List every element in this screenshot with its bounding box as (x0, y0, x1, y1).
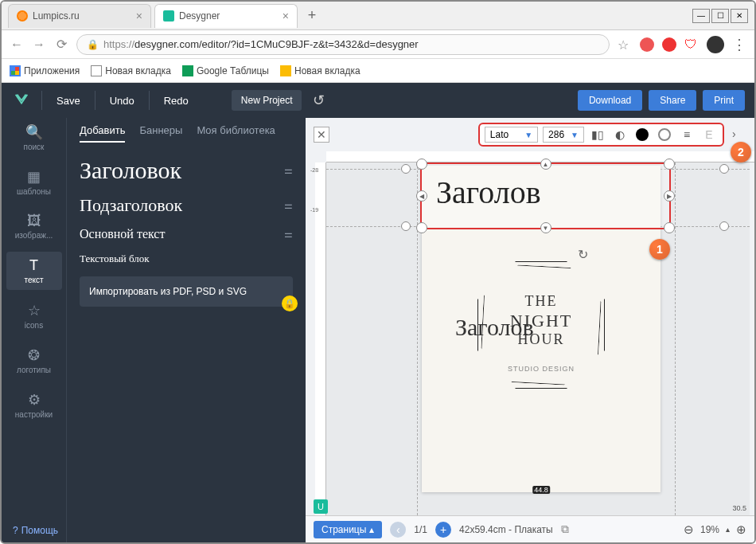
profile-avatar[interactable] (707, 36, 724, 53)
bookmark-item[interactable]: Google Таблицы (182, 65, 269, 76)
resize-handle[interactable] (416, 222, 427, 233)
forward-button[interactable]: → (32, 37, 46, 52)
resize-handle[interactable] (664, 222, 675, 233)
maximize-button[interactable]: ☐ (711, 9, 729, 23)
opera-icon[interactable] (662, 37, 676, 52)
text-element[interactable]: Заголов (455, 314, 534, 341)
new-tab-button[interactable]: + (301, 5, 323, 27)
sidebar-item-label: текст (24, 276, 43, 284)
close-button[interactable]: ✕ (731, 9, 748, 23)
poster-line[interactable]: THE (422, 293, 661, 310)
shield-icon[interactable]: 🛡 (684, 37, 699, 52)
help-link[interactable]: ? Помощь (13, 525, 58, 536)
pages-button[interactable]: Страницы ▴ (314, 521, 382, 538)
add-body-button[interactable]: Основной текст ⚌ (80, 227, 293, 241)
bookmark-label: Новая вкладка (294, 65, 360, 76)
resize-handle[interactable]: ▲ (540, 159, 551, 170)
text-icon: T (29, 257, 38, 274)
desygner-logo-icon[interactable] (11, 90, 32, 111)
resize-handle[interactable]: ▶ (664, 190, 675, 202)
text-context-toolbar: Lato ▼ 286 ▼ ▮▯ ◐ ≡ E (478, 123, 724, 147)
reload-button[interactable]: ⟳ (54, 37, 68, 52)
sidebar-item-images[interactable]: 🖼изображ... (6, 207, 62, 245)
sidebar-item-logos[interactable]: ❂логотипы (6, 341, 62, 379)
zoom-menu-button[interactable]: ▴ (726, 525, 730, 534)
resize-handle[interactable]: ◀ (416, 190, 427, 202)
redo-button[interactable]: Redo (159, 92, 193, 110)
spacing-button[interactable]: ≡ (678, 126, 696, 143)
selected-text-box[interactable]: Заголов ▲ ◀ ▶ ▼ ↻ (420, 162, 671, 229)
stroke-color-button[interactable] (656, 126, 673, 143)
minimize-button[interactable]: — (692, 9, 710, 23)
resize-handle[interactable] (664, 159, 675, 170)
sidebar-item-settings[interactable]: ⚙настройки (6, 385, 62, 424)
zoom-in-button[interactable]: ⊕ (736, 522, 746, 537)
favicon-icon (163, 10, 174, 22)
sidebar-item-templates[interactable]: ▦шаблоны (6, 162, 62, 201)
sidebar-item-search[interactable]: 🔍поиск (6, 118, 62, 156)
ruler-vertical[interactable]: -28 -19 (315, 162, 326, 515)
bookmark-item[interactable]: Новая вкладка (280, 65, 360, 76)
sliders-icon[interactable]: ⚌ (284, 165, 293, 176)
panel-tab-library[interactable]: Моя библиотека (197, 124, 275, 143)
bookmark-item[interactable]: Новая вкладка (91, 65, 171, 76)
prev-page-button[interactable]: ‹ (390, 522, 406, 538)
url-input[interactable]: 🔒 https:// desygner.com/editor/?id=1CMuC… (76, 34, 610, 55)
back-button[interactable]: ← (10, 37, 24, 52)
share-button[interactable]: Share (649, 90, 696, 111)
sidebar-item-label: поиск (24, 143, 45, 151)
star-icon[interactable]: ☆ (618, 37, 632, 52)
add-block-button[interactable]: Текстовый блок (80, 252, 293, 265)
resize-handle[interactable] (416, 159, 427, 170)
sliders-icon[interactable]: ⚌ (284, 200, 293, 211)
close-icon[interactable]: × (283, 10, 289, 22)
sidebar-item-icons[interactable]: ☆icons (6, 296, 62, 335)
opacity-button[interactable]: ◐ (611, 126, 629, 143)
panel-tab-add[interactable]: Добавить (80, 124, 125, 143)
search-icon: 🔍 (25, 123, 43, 141)
u-badge-icon[interactable]: U (314, 499, 328, 514)
callout-1: 1 (649, 239, 670, 260)
more-button[interactable]: E (700, 126, 718, 143)
poster-studio[interactable]: STUDIO DESIGN (422, 365, 661, 373)
sliders-icon[interactable]: ⚌ (284, 229, 293, 240)
undo-button[interactable]: Undo (105, 92, 139, 110)
canvas-stage[interactable]: THE NIGHT HOUR STUDIO DESIGN Заголов 44.… (326, 162, 750, 515)
fill-color-button[interactable] (633, 126, 651, 143)
save-button[interactable]: Save (52, 92, 85, 110)
history-icon[interactable]: ↺ (313, 92, 325, 109)
font-size-select[interactable]: 286 ▼ (543, 127, 584, 143)
add-subheading-button[interactable]: Подзаголовок ⚌ (80, 195, 293, 216)
add-heading-button[interactable]: Заголовок ⚌ (80, 157, 293, 184)
apps-icon (10, 65, 21, 76)
next-tools-button[interactable]: › (732, 127, 746, 142)
context-toolbar: ✕ Lato ▼ 286 ▼ ▮▯ ◐ ≡ E › (314, 123, 746, 147)
menu-icon[interactable]: ⋮ (732, 36, 746, 53)
panel-tab-banners[interactable]: Баннеры (139, 124, 182, 143)
bottom-bar: Страницы ▴ ‹ 1/1 + 42x59.4cm - Плакаты ⧉… (306, 515, 754, 542)
panel-tabs: Добавить Баннеры Моя библиотека (80, 124, 293, 143)
star-icon: ☆ (28, 302, 41, 319)
canvas-area: ✕ Lato ▼ 286 ▼ ▮▯ ◐ ≡ E › 2 (306, 118, 754, 542)
selected-text[interactable]: Заголов (422, 164, 669, 221)
download-button[interactable]: Download (578, 90, 642, 111)
format-bold-button[interactable]: ▮▯ (589, 126, 606, 143)
close-icon[interactable]: × (136, 10, 142, 22)
browser-tab[interactable]: Lumpics.ru × (8, 4, 151, 28)
font-name: Lato (490, 129, 509, 140)
close-panel-button[interactable]: ✕ (314, 127, 329, 143)
extension-icon[interactable] (640, 37, 654, 52)
resize-handle[interactable]: ▼ (540, 222, 551, 233)
print-button[interactable]: Print (703, 90, 745, 111)
add-page-button[interactable]: + (435, 522, 451, 538)
import-button[interactable]: Импортировать из PDF, PSD и SVG 🔒 (80, 276, 293, 307)
copy-icon[interactable]: ⧉ (561, 522, 569, 536)
sidebar-item-text[interactable]: Tтекст (6, 252, 62, 290)
help-icon: ? (13, 525, 18, 536)
zoom-out-button[interactable]: ⊖ (684, 522, 694, 537)
fill-black-icon (636, 128, 649, 141)
new-project-button[interactable]: New Project (232, 90, 302, 111)
apps-button[interactable]: Приложения (10, 65, 80, 76)
browser-tab-active[interactable]: Desygner × (154, 4, 298, 28)
font-select[interactable]: Lato ▼ (485, 127, 538, 143)
